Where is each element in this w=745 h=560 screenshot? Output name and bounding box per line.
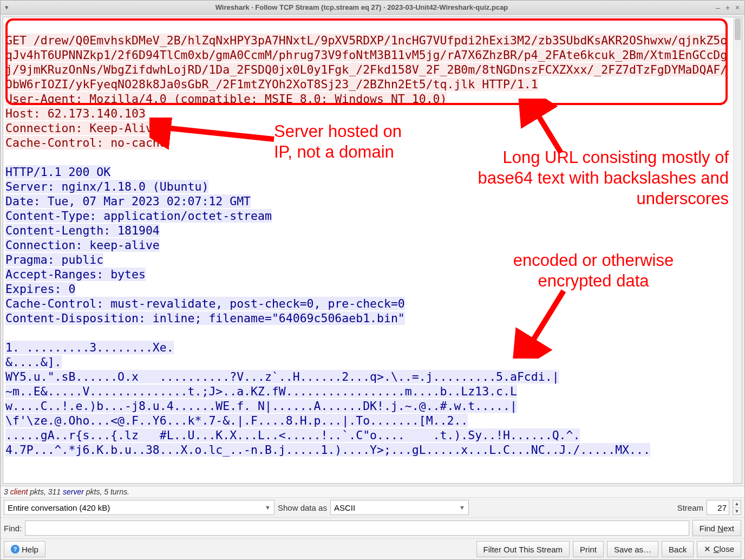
stepper-down-icon[interactable]: ▼ [733, 508, 741, 515]
close-button[interactable]: ✕ Close [697, 541, 741, 557]
response-date: Date: Tue, 07 Mar 2023 02:07:12 GMT [5, 194, 251, 208]
response-server: Server: nginx/1.18.0 (Ubuntu) [5, 180, 208, 193]
stream-stepper[interactable]: ▲ ▼ [733, 500, 741, 515]
wireshark-follow-stream-window: ▾ Wireshark · Follow TCP Stream (tcp.str… [0, 0, 745, 560]
request-host: Host: 62.173.140.103 [5, 107, 146, 120]
response-body-line: ~m..E&.....V..............t.;J>..a.KZ.fW… [5, 385, 517, 398]
response-expires: Expires: 0 [5, 282, 75, 296]
show-data-label: Show data as [278, 503, 327, 512]
response-body-line: &....&]. [5, 355, 62, 369]
controls-row-3: ? Help Filter Out This Stream Print Save… [1, 538, 744, 559]
request-user-agent: User-Agent: Mozilla/4.0 (compatible; MSI… [5, 92, 447, 106]
back-button[interactable]: Back [662, 541, 694, 557]
show-data-value: ASCII [334, 503, 355, 512]
save-as-button[interactable]: Save as… [607, 541, 658, 557]
response-cache: Cache-Control: must-revalidate, post-che… [5, 297, 405, 310]
controls-row-2: Find: Find Next [1, 517, 744, 538]
controls-row-1: Entire conversation (420 kB) ▼ Show data… [1, 497, 744, 517]
conversation-select[interactable]: Entire conversation (420 kB) ▼ [4, 500, 275, 515]
client-pkts-count: 3 [4, 487, 8, 496]
response-body-line: WY5.u.".sB......O.x ..........?V...z`..H… [5, 370, 559, 383]
http-request: GET /drew/Q0EmvhskDMeV_2B/hlZqNxHPY3pA7H… [5, 34, 727, 91]
stream-content: GET /drew/Q0EmvhskDMeV_2B/hlZqNxHPY3pA7H… [3, 17, 742, 484]
find-input[interactable] [25, 520, 689, 536]
request-cache: Cache-Control: no-cache [5, 136, 167, 149]
stream-label: Stream [677, 503, 703, 512]
window-menu-icon[interactable]: ▾ [3, 3, 10, 11]
response-ctype: Content-Type: application/octet-stream [5, 209, 272, 223]
response-clen: Content-Length: 181904 [5, 224, 160, 237]
request-connection: Connection: Keep-Alive [5, 121, 160, 135]
response-body-line: \f'\ze.@.Oho...<@.F..Y6...k*.7-&.|.F....… [5, 414, 468, 427]
window-title: Wireshark · Follow TCP Stream (tcp.strea… [10, 3, 713, 11]
maximize-button[interactable]: + [723, 3, 733, 12]
close-window-button[interactable]: × [733, 3, 742, 12]
help-button[interactable]: ? Help [4, 541, 45, 557]
response-body-line: 4.7P...^.*j6.K.b.u..38...X.o.lc_..-n.B.j… [5, 443, 650, 457]
chevron-down-icon: ▼ [459, 504, 465, 511]
chevron-down-icon: ▼ [265, 504, 271, 511]
response-body-line: .....gA..r{s...{.lz #L..U...K.X...L..<..… [5, 428, 580, 442]
minimize-button[interactable]: – [713, 3, 723, 12]
find-next-button[interactable]: Find Next [692, 520, 741, 536]
vertical-scrollbar[interactable] [733, 17, 742, 483]
stream-number-input[interactable]: 27 [707, 500, 729, 515]
stream-text[interactable]: GET /drew/Q0EmvhskDMeV_2B/hlZqNxHPY3pA7H… [3, 17, 733, 483]
help-icon: ? [11, 545, 19, 554]
titlebar: ▾ Wireshark · Follow TCP Stream (tcp.str… [1, 1, 744, 15]
response-pragma: Pragma: public [5, 253, 103, 266]
conversation-value: Entire conversation (420 kB) [8, 503, 110, 512]
show-data-select[interactable]: ASCII ▼ [330, 500, 469, 515]
server-label: server [63, 487, 84, 496]
scrollbar-thumb[interactable] [735, 18, 741, 40]
find-label: Find: [4, 524, 22, 533]
response-conn: Connection: keep-alive [5, 238, 160, 252]
print-button[interactable]: Print [573, 541, 604, 557]
packet-summary: 3 client pkts, 311 server pkts, 5 turns. [1, 486, 744, 497]
filter-out-button[interactable]: Filter Out This Stream [476, 541, 570, 557]
stepper-up-icon[interactable]: ▲ [733, 500, 741, 508]
response-body-line: w....C..!.e.)b...-j8.u.4......WE.f. N|..… [5, 399, 517, 413]
server-pkts-count: 311 [48, 487, 61, 496]
response-disp: Content-Disposition: inline; filename="6… [5, 311, 405, 325]
response-ranges: Accept-Ranges: bytes [5, 268, 146, 281]
response-body-line: 1. .........3........Xe. [5, 341, 174, 354]
response-status: HTTP/1.1 200 OK [5, 165, 110, 179]
client-label: client [10, 487, 28, 496]
